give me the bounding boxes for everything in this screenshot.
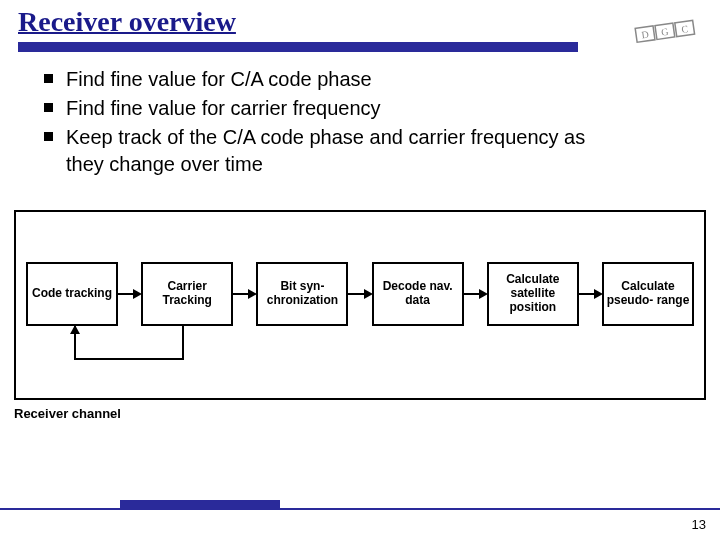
- flow-arrow: [464, 293, 487, 295]
- bullet-item: Find fine value for C/A code phase: [44, 66, 604, 93]
- bullet-item: Find fine value for carrier frequency: [44, 95, 604, 122]
- flow-arrow: [348, 293, 371, 295]
- bullet-list: Find fine value for C/A code phase Find …: [44, 66, 720, 178]
- flow-box-decode-nav: Decode nav. data: [372, 262, 464, 326]
- feedback-arrow: [74, 326, 184, 362]
- flow-box-calc-pseudorange: Calculate pseudo- range: [602, 262, 694, 326]
- receiver-channel-diagram: Code tracking Carrier Tracking Bit syn- …: [14, 210, 706, 400]
- title-underline-bar: [18, 42, 578, 52]
- footer-divider: [0, 508, 720, 510]
- channel-label: Receiver channel: [14, 406, 121, 421]
- svg-text:D: D: [641, 29, 650, 41]
- page-number: 13: [692, 517, 706, 532]
- flow-arrow: [118, 293, 141, 295]
- flow-box-calc-sat-position: Calculate satellite position: [487, 262, 579, 326]
- flow-arrow: [579, 293, 602, 295]
- svg-text:G: G: [661, 26, 670, 38]
- flow-box-code-tracking: Code tracking: [26, 262, 118, 326]
- footer-accent-bar: [120, 500, 280, 510]
- dgc-logo: D G C: [632, 14, 702, 50]
- flow-box-bit-sync: Bit syn- chronization: [256, 262, 348, 326]
- flow-box-carrier-tracking: Carrier Tracking: [141, 262, 233, 326]
- flow-arrow: [233, 293, 256, 295]
- page-title: Receiver overview: [18, 6, 720, 38]
- bullet-item: Keep track of the C/A code phase and car…: [44, 124, 604, 178]
